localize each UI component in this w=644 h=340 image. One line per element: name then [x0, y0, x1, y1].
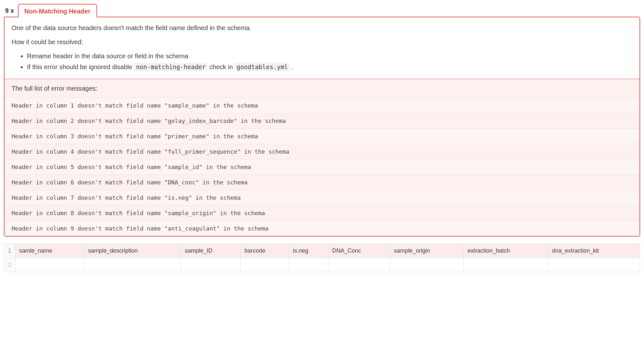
error-tab[interactable]: Non-Matching Header: [18, 4, 97, 17]
code-snippet: goodtables.yml: [235, 63, 290, 71]
column-header: sample_ID: [181, 244, 240, 258]
table-cell: [241, 258, 289, 272]
row-number: 2: [4, 258, 15, 272]
resolve-intro: How it could be resolved:: [12, 37, 632, 47]
column-header: extraction_batch: [464, 244, 548, 258]
error-message: Header in column 3 doesn't match field n…: [4, 128, 640, 144]
column-header: sample_origin: [390, 244, 464, 258]
table-cell: [390, 258, 464, 272]
resolution-text: If this error should be ignored disable: [27, 63, 134, 70]
error-message: Header in column 9 doesn't match field n…: [4, 221, 640, 236]
resolution-text: .: [290, 63, 293, 70]
table-cell: [289, 258, 328, 272]
resolution-item: If this error should be ignored disable …: [27, 62, 632, 72]
error-messages-list: Header in column 1 doesn't match field n…: [4, 98, 640, 236]
error-message: Header in column 4 doesn't match field n…: [4, 144, 640, 159]
column-header: barcode: [241, 244, 289, 258]
table-cell: [15, 258, 84, 272]
row-number: 1: [4, 244, 15, 258]
error-message: Header in column 2 doesn't match field n…: [4, 113, 640, 128]
table-row: 2: [4, 258, 640, 272]
table-cell: [464, 258, 548, 272]
column-header: samle_name: [15, 244, 84, 258]
error-panel: One of the data source headers doesn't m…: [4, 17, 640, 237]
code-snippet: non-matching-header: [134, 63, 208, 71]
table-cell: [84, 258, 181, 272]
error-message: Header in column 1 doesn't match field n…: [4, 98, 640, 113]
resolution-item: Rename header in the data source or fiel…: [27, 51, 632, 61]
column-header: dna_extraction_kit: [548, 244, 640, 258]
error-summary: One of the data source headers doesn't m…: [12, 23, 632, 33]
column-header: DNA_Conc: [328, 244, 390, 258]
table-cell: [328, 258, 390, 272]
table-row: 1 samle_name sample_description sample_I…: [4, 244, 640, 258]
data-preview-table: 1 samle_name sample_description sample_I…: [4, 244, 640, 272]
error-message: Header in column 7 doesn't match field n…: [4, 190, 640, 205]
column-header: sample_description: [84, 244, 181, 258]
error-message: Header in column 8 doesn't match field n…: [4, 205, 640, 221]
error-message: Header in column 5 doesn't match field n…: [4, 159, 640, 174]
messages-heading: The full list of error messages:: [4, 79, 640, 98]
error-count: 9 x: [5, 6, 14, 15]
error-message: Header in column 6 doesn't match field n…: [4, 174, 640, 190]
table-cell: [548, 258, 640, 272]
resolution-list: Rename header in the data source or fiel…: [12, 51, 632, 72]
table-cell: [181, 258, 240, 272]
column-header: is.neg: [289, 244, 328, 258]
resolution-text: check in: [208, 63, 235, 70]
